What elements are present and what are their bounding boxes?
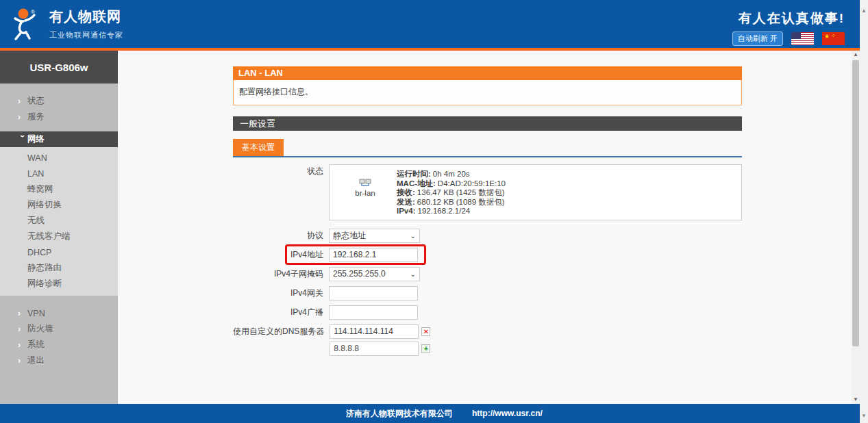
auto-refresh-toggle[interactable]: 自动刷新 开 [732,31,783,46]
br-lan-icon [334,178,397,189]
chevron-down-icon: › [18,135,27,144]
scrollbar-thumb[interactable] [852,60,859,346]
chevron-right-icon: › [18,97,27,106]
chevron-down-icon: ⌄ [410,270,416,278]
protocol-label: 协议 [233,229,329,243]
us-flag-icon[interactable] [791,32,814,45]
chevron-right-icon: › [18,324,27,334]
brand-logo: ® 有人物联网 工业物联网通信专家 [8,7,123,41]
sidebar-item-dhcp[interactable]: DHCP [0,244,118,260]
sidebar-item-system[interactable]: › 系统 [0,337,118,352]
sidebar-item-network[interactable]: › 网络 [0,131,118,147]
chevron-down-icon: ⌄ [410,232,416,240]
sidebar-item-status[interactable]: › 状态 [0,93,118,109]
sidebar-item-firewall[interactable]: › 防火墙 [0,321,118,337]
ipv4-gateway-label: IPv4网关 [233,286,329,300]
sidebar-item-wan[interactable]: WAN [0,150,118,166]
section-general-settings: 一般设置 [233,116,742,131]
tab-basic-settings[interactable]: 基本设置 [233,139,284,156]
ipv4-netmask-select[interactable]: 255.255.255.0 ⌄ [329,267,420,281]
status-label: 状态 [233,164,329,179]
ipv4-address-label: IPv4地址 [233,248,329,262]
logo-subtitle: 工业物联网通信专家 [49,30,123,40]
dns-server-input-2[interactable] [330,342,419,356]
scroll-up-icon[interactable]: ▲ [860,7,868,15]
custom-dns-label: 使用自定义的DNS服务器 [233,324,330,339]
page-title: LAN - LAN [233,66,742,80]
page-description: 配置网络接口信息。 [233,80,742,105]
sidebar-item-vpn[interactable]: › VPN [0,305,118,321]
device-name: USR-G806w [0,51,118,84]
dns-server-input-1[interactable] [330,324,419,339]
sidebar-item-wireless[interactable]: 无线 [0,213,118,229]
sidebar-item-static-route[interactable]: 静态路由 [0,260,118,276]
sidebar-nav: USR-G806w › 状态 › 服务 › 网络 WAN LAN 蜂窝网 网络切… [0,51,118,404]
sidebar-item-network-switch[interactable]: 网络切换 [0,197,118,213]
sidebar-item-wireless-client[interactable]: 无线客户端 [0,229,118,244]
interface-name: br-lan [334,189,397,197]
page-footer: 济南有人物联网技术有限公司 http://www.usr.cn/ [0,404,860,423]
ipv4-gateway-input[interactable] [329,286,418,300]
ipv4-broadcast-input[interactable] [329,305,418,320]
sidebar-item-lan[interactable]: LAN [0,166,118,181]
logo-title: 有人物联网 [49,8,123,26]
header-slogan: 有人在认真做事! [732,10,845,27]
sidebar-item-cellular[interactable]: 蜂窝网 [0,181,118,197]
delete-icon[interactable]: ✕ [421,327,430,336]
add-icon[interactable]: + [421,344,430,353]
sidebar-item-logout[interactable]: › 退出 [0,352,118,368]
protocol-select[interactable]: 静态地址 ⌄ [329,229,420,243]
top-header: ® 有人物联网 工业物联网通信专家 有人在认真做事! 自动刷新 开 [0,0,860,48]
content-scrollbar: ▲ ▼ [852,51,860,404]
scroll-down-icon[interactable]: ▼ [860,412,868,420]
app-window: ® 有人物联网 工业物联网通信专家 有人在认真做事! 自动刷新 开 [0,0,860,423]
ipv4-broadcast-label: IPv4广播 [233,305,329,320]
chevron-right-icon: › [18,356,27,366]
scroll-down-icon[interactable]: ▼ [852,396,860,404]
footer-company: 济南有人物联网技术有限公司 [346,408,453,420]
cn-flag-icon[interactable] [822,32,845,45]
sidebar-item-services[interactable]: › 服务 [0,109,118,125]
chevron-right-icon: › [18,340,27,350]
ipv4-netmask-label: IPv4子网掩码 [233,267,329,281]
chevron-right-icon: › [18,309,27,318]
main-content: LAN - LAN 配置网络接口信息。 一般设置 基本设置 状态 [118,51,852,404]
footer-url-link[interactable]: http://www.usr.cn/ [472,409,543,418]
usr-logo-icon: ® [8,7,42,41]
ipv4-address-input[interactable] [329,248,418,262]
tab-bar: 基本设置 [233,139,742,157]
interface-status-box: br-lan 运行时间:0h 4m 20s MAC-地址:D4:AD:20:59… [329,164,742,220]
sidebar-item-network-diagnostics[interactable]: 网络诊断 [0,276,118,292]
scroll-up-icon[interactable]: ▲ [852,51,860,59]
chevron-right-icon: › [18,112,27,122]
status-detail-lines: 运行时间:0h 4m 20s MAC-地址:D4:AD:20:59:1E:10 … [397,168,506,216]
browser-scrollbar: ▲ ▼ [860,0,868,423]
